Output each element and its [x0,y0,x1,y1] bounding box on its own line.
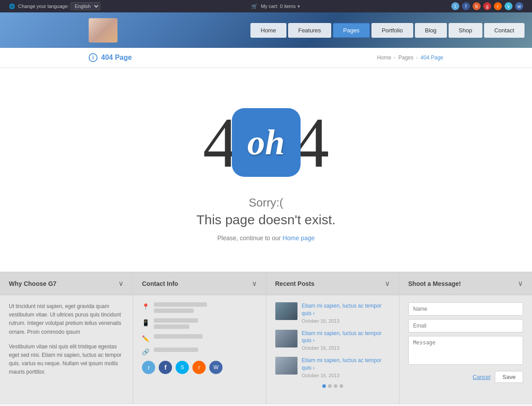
link-icon: 🔗 [142,348,149,355]
widget-why-choose-title: Why Choose G7 [9,280,56,287]
contact-twitter-icon[interactable]: t [142,361,155,374]
widget-contact-info-header[interactable]: Contact Info ∨ [133,272,266,295]
post-dot-1[interactable] [322,384,326,388]
widget-contact-info-content: 📍 📱 ✏️ 🔗 t [133,295,266,381]
nav-contact[interactable]: Contact [484,23,524,38]
post-title-1[interactable]: Etiam mi sapien, luctus ac tempor quis › [302,302,390,317]
cancel-button[interactable]: Cancel [473,374,490,380]
facebook-icon-top[interactable]: f [462,2,470,10]
contact-item-phone: 📱 [142,318,257,329]
address-line-2 [154,308,194,313]
post-date-1: October 16, 2013 [302,318,390,324]
post-item-1: Etiam mi sapien, luctus ac tempor quis ›… [275,302,390,324]
contact-item-email: ✏️ [142,334,257,342]
widget-shoot-message: Shoot a Message! ∨ Cancel Save [399,272,532,404]
post-dot-2[interactable] [328,384,332,388]
language-select[interactable]: English [70,2,100,10]
post-arrow-2: › [313,337,315,344]
widget-why-choose-toggle[interactable]: ∨ [118,279,124,288]
wordpress-icon-top[interactable]: w [515,2,523,10]
error-continue-text: Please, continue to our [217,234,281,242]
website-line [154,347,198,352]
footer-widgets: Why Choose G7 ∨ Ut tincidunt nisl sapien… [0,272,532,404]
address-line-1 [154,302,207,307]
cart-dropdown-icon[interactable]: ▾ [297,4,300,9]
language-label: Change your language: [18,4,69,9]
post-thumb-2 [275,330,297,347]
widget-shoot-message-header[interactable]: Shoot a Message! ∨ [399,272,532,295]
error-oh-text: oh [247,122,285,163]
widget-why-choose-header[interactable]: Why Choose G7 ∨ [0,272,133,295]
cart-section: 🛒 My cart: 0 items ▾ [251,4,300,9]
breadcrumb-pages[interactable]: Pages [399,55,414,61]
post-thumb-3 [275,357,297,375]
post-item-3: Etiam mi sapien, luctus ac tempor quis ›… [275,357,390,378]
breadcrumb-home[interactable]: Home [377,55,391,61]
save-button[interactable]: Save [495,371,523,383]
contact-item-website: 🔗 [142,347,257,355]
language-icon: 🌐 [9,4,15,9]
nav-portfolio[interactable]: Portfolio [372,23,413,38]
post-info-3: Etiam mi sapien, luctus ac tempor quis ›… [302,357,390,378]
blogger-icon-top[interactable]: b [473,2,481,10]
breadcrumb-sep-2: › [416,55,418,61]
widget-contact-info: Contact Info ∨ 📍 📱 ✏️ [133,272,266,404]
logo[interactable] [89,18,117,43]
post-title-2[interactable]: Etiam mi sapien, luctus ac tempor quis › [302,330,390,345]
rss-icon-top[interactable]: r [494,2,502,10]
error-graphic: 4 oh 4 [191,98,341,187]
why-text-1: Ut tincidunt nisl sapien, eget gravida q… [9,302,124,336]
breadcrumb-current: 404 Page [421,55,443,61]
page-title: 404 Page [101,54,132,62]
widget-recent-posts-header[interactable]: Recent Posts ∨ [266,272,399,295]
message-textarea[interactable] [408,336,523,365]
contact-skype-icon[interactable]: S [176,361,189,374]
post-title-3[interactable]: Etiam mi sapien, luctus ac tempor quis › [302,357,390,372]
breadcrumb-bar: i 404 Page Home › Pages › 404 Page [0,48,532,68]
error-continue: Please, continue to our Home page [217,234,315,242]
phone-line-1 [154,318,198,323]
page-title-area: i 404 Page [89,53,132,62]
nav-home[interactable]: Home [250,23,286,38]
post-thumb-1 [275,302,297,320]
nav-shop[interactable]: Shop [449,23,482,38]
contact-rss-icon[interactable]: r [192,361,206,374]
footer-bottom: Home | Features | Pages | Portfolio | Bl… [0,404,532,406]
top-bar: 🌐 Change your language: English 🛒 My car… [0,0,532,12]
nav-blog[interactable]: Blog [415,23,447,38]
google-icon-top[interactable]: g [483,2,491,10]
widget-why-choose: Why Choose G7 ∨ Ut tincidunt nisl sapien… [0,272,133,404]
post-dot-4[interactable] [340,384,343,388]
widget-recent-posts: Recent Posts ∨ Etiam mi sapien, luctus a… [266,272,399,404]
breadcrumb-sep-1: › [394,55,396,61]
cart-icon: 🛒 [251,4,258,9]
contact-wordpress-icon[interactable]: W [209,361,223,374]
message-buttons: Cancel Save [408,371,523,383]
widget-contact-info-toggle[interactable]: ∨ [252,279,257,288]
contact-facebook-icon[interactable]: f [159,361,172,374]
widget-shoot-message-toggle[interactable]: ∨ [518,279,523,288]
widget-shoot-message-content: Cancel Save [399,295,532,390]
message-name-input[interactable] [408,302,523,316]
language-section: 🌐 Change your language: English [9,2,100,10]
nav-features[interactable]: Features [288,23,331,38]
home-page-link[interactable]: Home page [282,234,314,242]
breadcrumb-trail: Home › Pages › 404 Page [377,55,443,61]
contact-social-icons: t f S r W [142,361,257,374]
phone-line-2 [154,324,189,329]
message-email-input[interactable] [408,319,523,332]
error-sorry: Sorry:( [249,196,283,210]
main-nav: Home Features Pages Portfolio Blog Shop … [250,23,524,38]
email-line [154,334,203,339]
post-arrow-3: › [313,365,315,371]
header: Home Features Pages Portfolio Blog Shop … [0,12,532,48]
post-dots [275,384,390,388]
widget-recent-posts-toggle[interactable]: ∨ [385,279,390,288]
twitter-icon-top[interactable]: t [451,2,459,10]
why-text-2: Vestibulum vitae nisl quis elit tristiqu… [9,343,124,377]
post-info-2: Etiam mi sapien, luctus ac tempor quis ›… [302,330,390,351]
post-dot-3[interactable] [334,384,337,388]
page-title-icon: i [89,53,98,62]
nav-pages[interactable]: Pages [333,23,370,38]
vimeo-icon-top[interactable]: v [505,2,512,10]
